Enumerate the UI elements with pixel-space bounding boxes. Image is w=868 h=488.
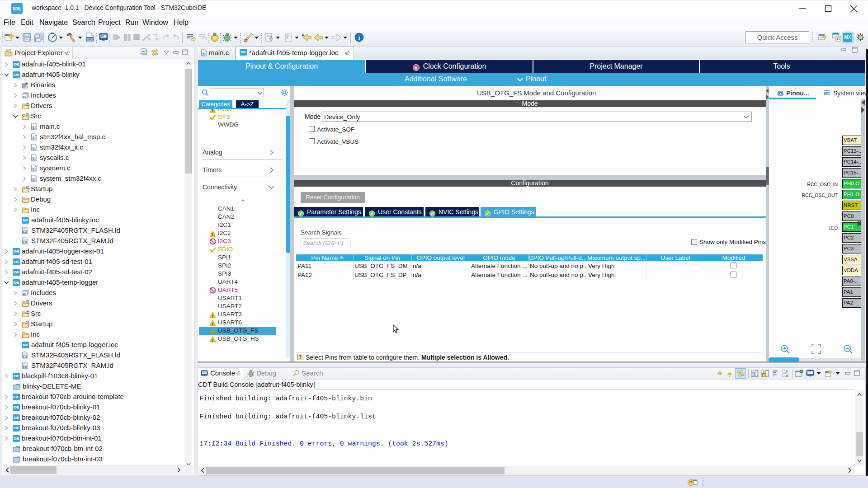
svg-text:C: C bbox=[837, 36, 840, 41]
svg-text:LD: LD bbox=[23, 241, 26, 244]
svg-text:010: 010 bbox=[87, 38, 93, 42]
svg-text:c: c bbox=[203, 52, 205, 56]
svg-text:!: ! bbox=[212, 322, 213, 326]
svg-text:c: c bbox=[33, 178, 35, 181]
svg-text:i: i bbox=[359, 34, 360, 41]
svg-text:c: c bbox=[33, 168, 35, 171]
svg-text:C: C bbox=[27, 103, 29, 106]
svg-text:C: C bbox=[27, 186, 29, 189]
svg-text:C: C bbox=[27, 113, 29, 117]
svg-text:!: ! bbox=[212, 232, 213, 237]
svg-text:h: h bbox=[24, 95, 25, 98]
svg-text:c: c bbox=[33, 126, 35, 129]
svg-text:c: c bbox=[33, 136, 35, 140]
svg-text:C: C bbox=[27, 300, 29, 304]
svg-text:c: c bbox=[33, 157, 35, 160]
svg-text:C: C bbox=[27, 311, 29, 314]
svg-text:!: ! bbox=[212, 314, 213, 318]
svg-text:!: ! bbox=[212, 338, 213, 343]
svg-text:c: c bbox=[33, 147, 35, 150]
svg-text:h: h bbox=[24, 293, 25, 296]
svg-text:?: ? bbox=[299, 355, 302, 360]
svg-text:C: C bbox=[27, 321, 29, 324]
svg-text:LD: LD bbox=[23, 355, 26, 358]
svg-text:LD: LD bbox=[23, 230, 26, 233]
svg-text:LD: LD bbox=[23, 366, 26, 368]
